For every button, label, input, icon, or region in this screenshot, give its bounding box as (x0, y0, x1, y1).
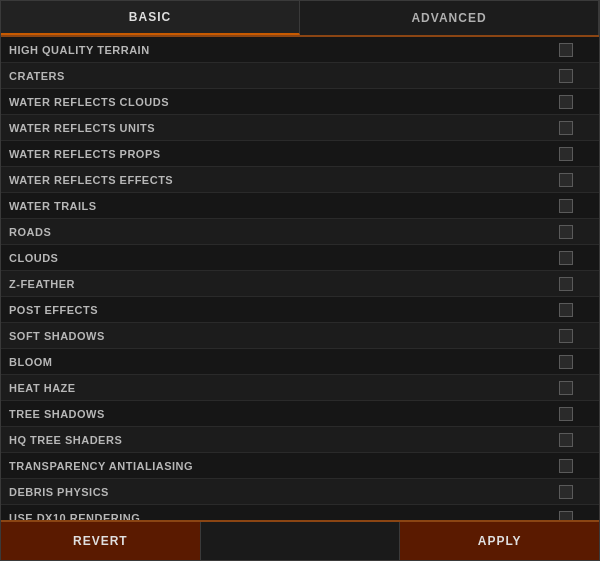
checkbox-area-soft-shadows (541, 329, 591, 343)
checkbox-high-quality-terrain[interactable] (559, 43, 573, 57)
checkbox-area-tree-shadows (541, 407, 591, 421)
checkbox-water-reflects-effects[interactable] (559, 173, 573, 187)
setting-label-water-reflects-effects: WATER REFLECTS EFFECTS (9, 174, 541, 186)
setting-label-clouds: CLOUDS (9, 252, 541, 264)
setting-row: TREE SHADOWS (1, 401, 599, 427)
setting-label-roads: ROADS (9, 226, 541, 238)
content-area: HIGH QUALITY TERRAINCRATERSWATER REFLECT… (1, 37, 599, 520)
setting-label-water-reflects-units: WATER REFLECTS UNITS (9, 122, 541, 134)
setting-label-transparency-antialiasing: TRANSPARENCY ANTIALIASING (9, 460, 541, 472)
checkbox-area-water-reflects-effects (541, 173, 591, 187)
tab-bar: BASIC ADVANCED (1, 1, 599, 37)
checkbox-area-transparency-antialiasing (541, 459, 591, 473)
setting-row: USE DX10 RENDERING (1, 505, 599, 520)
settings-container: BASIC ADVANCED HIGH QUALITY TERRAINCRATE… (0, 0, 600, 561)
checkbox-area-heat-haze (541, 381, 591, 395)
setting-label-hq-tree-shaders: HQ TREE SHADERS (9, 434, 541, 446)
checkbox-water-reflects-props[interactable] (559, 147, 573, 161)
checkbox-debris-physics[interactable] (559, 485, 573, 499)
checkbox-area-roads (541, 225, 591, 239)
checkbox-roads[interactable] (559, 225, 573, 239)
setting-row: HEAT HAZE (1, 375, 599, 401)
bottom-buttons: REVERT APPLY (1, 520, 599, 560)
setting-row: Z-FEATHER (1, 271, 599, 297)
setting-label-water-trails: WATER TRAILS (9, 200, 541, 212)
setting-row: SOFT SHADOWS (1, 323, 599, 349)
setting-row: CRATERS (1, 63, 599, 89)
checkbox-bloom[interactable] (559, 355, 573, 369)
setting-label-water-reflects-clouds: WATER REFLECTS CLOUDS (9, 96, 541, 108)
checkbox-area-water-trails (541, 199, 591, 213)
setting-label-soft-shadows: SOFT SHADOWS (9, 330, 541, 342)
checkbox-z-feather[interactable] (559, 277, 573, 291)
setting-label-high-quality-terrain: HIGH QUALITY TERRAIN (9, 44, 541, 56)
checkbox-area-post-effects (541, 303, 591, 317)
setting-row: CLOUDS (1, 245, 599, 271)
setting-label-use-dx10-rendering: USE DX10 RENDERING (9, 512, 541, 521)
checkbox-post-effects[interactable] (559, 303, 573, 317)
checkbox-area-debris-physics (541, 485, 591, 499)
checkbox-transparency-antialiasing[interactable] (559, 459, 573, 473)
button-spacer (201, 522, 400, 560)
setting-row: WATER REFLECTS UNITS (1, 115, 599, 141)
setting-row: WATER REFLECTS CLOUDS (1, 89, 599, 115)
settings-list[interactable]: HIGH QUALITY TERRAINCRATERSWATER REFLECT… (1, 37, 599, 520)
setting-label-post-effects: POST EFFECTS (9, 304, 541, 316)
setting-label-tree-shadows: TREE SHADOWS (9, 408, 541, 420)
setting-row: TRANSPARENCY ANTIALIASING (1, 453, 599, 479)
setting-row: WATER TRAILS (1, 193, 599, 219)
checkbox-area-high-quality-terrain (541, 43, 591, 57)
setting-label-z-feather: Z-FEATHER (9, 278, 541, 290)
setting-row: ROADS (1, 219, 599, 245)
checkbox-water-reflects-clouds[interactable] (559, 95, 573, 109)
setting-label-debris-physics: DEBRIS PHYSICS (9, 486, 541, 498)
checkbox-hq-tree-shaders[interactable] (559, 433, 573, 447)
checkbox-tree-shadows[interactable] (559, 407, 573, 421)
checkbox-water-reflects-units[interactable] (559, 121, 573, 135)
tab-advanced[interactable]: ADVANCED (300, 1, 599, 35)
checkbox-area-water-reflects-props (541, 147, 591, 161)
checkbox-use-dx10-rendering[interactable] (559, 511, 573, 521)
setting-label-water-reflects-props: WATER REFLECTS PROPS (9, 148, 541, 160)
checkbox-area-hq-tree-shaders (541, 433, 591, 447)
checkbox-water-trails[interactable] (559, 199, 573, 213)
setting-row: HQ TREE SHADERS (1, 427, 599, 453)
checkbox-area-z-feather (541, 277, 591, 291)
setting-row: WATER REFLECTS PROPS (1, 141, 599, 167)
setting-row: DEBRIS PHYSICS (1, 479, 599, 505)
checkbox-area-craters (541, 69, 591, 83)
apply-button[interactable]: APPLY (399, 522, 599, 560)
checkbox-soft-shadows[interactable] (559, 329, 573, 343)
checkbox-area-water-reflects-units (541, 121, 591, 135)
setting-row: BLOOM (1, 349, 599, 375)
revert-button[interactable]: REVERT (1, 522, 201, 560)
setting-row: POST EFFECTS (1, 297, 599, 323)
checkbox-area-use-dx10-rendering (541, 511, 591, 521)
setting-row: HIGH QUALITY TERRAIN (1, 37, 599, 63)
setting-label-craters: CRATERS (9, 70, 541, 82)
tab-basic[interactable]: BASIC (1, 1, 300, 35)
checkbox-area-bloom (541, 355, 591, 369)
checkbox-heat-haze[interactable] (559, 381, 573, 395)
checkbox-clouds[interactable] (559, 251, 573, 265)
checkbox-craters[interactable] (559, 69, 573, 83)
setting-label-heat-haze: HEAT HAZE (9, 382, 541, 394)
checkbox-area-water-reflects-clouds (541, 95, 591, 109)
checkbox-area-clouds (541, 251, 591, 265)
setting-label-bloom: BLOOM (9, 356, 541, 368)
setting-row: WATER REFLECTS EFFECTS (1, 167, 599, 193)
